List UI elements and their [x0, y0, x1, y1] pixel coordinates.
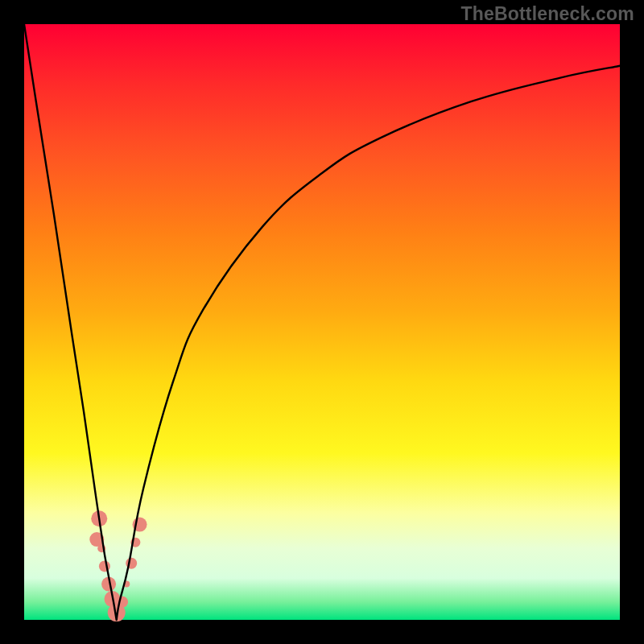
data-point-marker	[99, 560, 110, 572]
bottleneck-curve	[24, 24, 620, 620]
curve-layer	[24, 24, 620, 620]
plot-area	[24, 24, 620, 620]
chart-frame: TheBottleneck.com	[0, 0, 644, 644]
attribution-watermark: TheBottleneck.com	[460, 3, 634, 25]
